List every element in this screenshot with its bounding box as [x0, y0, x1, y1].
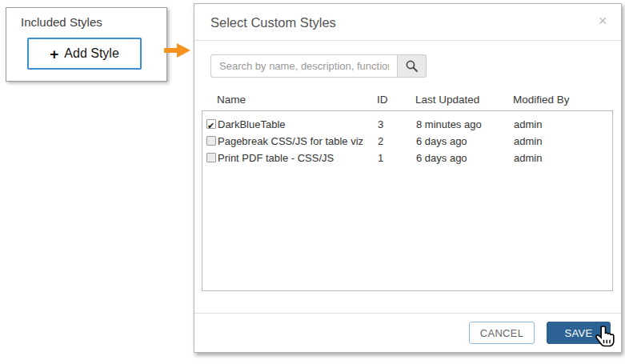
dialog-header: Select Custom Styles × — [194, 4, 621, 41]
cell-modified-by: admin — [514, 116, 542, 133]
dialog-footer: CANCEL SAVE — [194, 313, 621, 352]
column-header-last-updated: Last Updated — [415, 90, 479, 110]
add-style-label: Add Style — [64, 46, 118, 61]
table-row[interactable]: DarkBlueTable 3 8 minutes ago admin — [202, 116, 612, 133]
cell-modified-by: admin — [514, 150, 542, 166]
cell-modified-by: admin — [514, 133, 542, 150]
styles-list: DarkBlueTable 3 8 minutes ago admin Page… — [202, 110, 613, 291]
table-row[interactable]: Pagebreak CSS/JS for table viz 2 6 days … — [202, 133, 612, 150]
column-header-name: Name — [217, 90, 246, 110]
save-button[interactable]: SAVE — [547, 322, 611, 344]
row-checkbox[interactable] — [206, 136, 216, 146]
cell-name: Pagebreak CSS/JS for table viz — [218, 133, 363, 150]
included-styles-panel: Included Styles + Add Style — [6, 7, 167, 82]
cell-name: DarkBlueTable — [218, 116, 286, 133]
search-button[interactable] — [398, 54, 427, 78]
cell-last-updated: 8 minutes ago — [416, 116, 482, 133]
search-input[interactable] — [210, 54, 398, 78]
cell-last-updated: 6 days ago — [416, 150, 467, 166]
column-header-id: ID — [377, 90, 388, 110]
cell-last-updated: 6 days ago — [416, 133, 467, 150]
cell-id: 1 — [378, 150, 383, 166]
close-icon[interactable]: × — [595, 13, 611, 29]
search-bar — [210, 54, 427, 78]
table-header-row: Name ID Last Updated Modified By — [194, 90, 621, 110]
dialog-title: Select Custom Styles — [210, 4, 336, 41]
plus-icon: + — [50, 46, 58, 62]
included-styles-title: Included Styles — [21, 15, 102, 29]
add-style-button[interactable]: + Add Style — [27, 38, 142, 70]
select-custom-styles-dialog: Select Custom Styles × Name ID Last Upda… — [194, 3, 622, 353]
column-header-modified-by: Modified By — [513, 90, 570, 110]
cell-name: Print PDF table - CSS/JS — [218, 150, 334, 166]
cell-id: 2 — [378, 133, 383, 150]
row-checkbox[interactable] — [206, 119, 216, 129]
table-row[interactable]: Print PDF table - CSS/JS 1 6 days ago ad… — [202, 150, 612, 166]
arrow-right-icon — [164, 42, 190, 59]
row-checkbox[interactable] — [206, 153, 216, 162]
search-icon — [405, 59, 419, 73]
cell-id: 3 — [378, 116, 383, 133]
cancel-button[interactable]: CANCEL — [469, 322, 535, 344]
